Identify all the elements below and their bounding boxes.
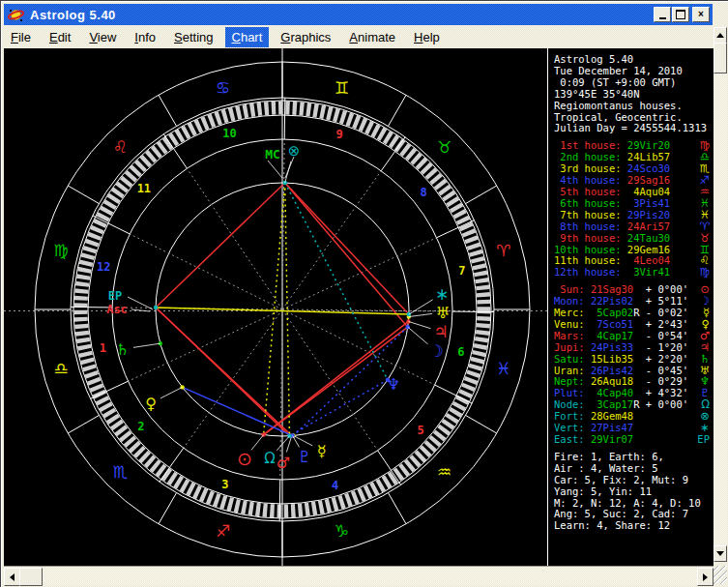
planet-velocity: - 0°54' (640, 331, 689, 342)
title-bar[interactable]: Astrolog 5.40 × (4, 4, 713, 25)
stats-line-2: Air : 4, Water: 5 (554, 463, 713, 475)
planet-row-jupi: Jupi: 24Pis33 - 1°20'♃ (554, 342, 713, 354)
scroll-down-button[interactable] (713, 545, 727, 562)
house-label: 12th house: (554, 267, 622, 279)
sign-glyph-cancer: ♋ (216, 78, 230, 98)
scroll-left-button[interactable] (4, 568, 20, 586)
menu-view[interactable]: View (82, 27, 123, 47)
sign-glyph-leo: ♌ (113, 137, 128, 157)
planet-velocity: + 0°00' (640, 399, 689, 411)
menu-help[interactable]: Help (407, 27, 447, 47)
house-number-10: 10 (222, 127, 236, 140)
minimize-button[interactable] (654, 7, 671, 22)
chart-info-line-5: Regiomontanus houses. (554, 101, 713, 112)
planet-glyph-vertex: ∗ (435, 284, 449, 304)
planet-glyph-sun: ⊙ (237, 448, 252, 469)
menu-setting[interactable]: Setting (167, 27, 219, 47)
horizontal-scroll-thumb[interactable] (19, 568, 43, 586)
menu-animate[interactable]: Animate (342, 27, 402, 47)
info-sidebar: Astrolog 5.40Tue December 14, 2010 0:09 … (548, 48, 713, 566)
planet-glyph-venus: ♀ (145, 395, 157, 413)
planet-row-east: East: 29Vir07 EP (554, 434, 713, 446)
house-number-4: 4 (332, 479, 338, 492)
maximize-button[interactable] (672, 7, 689, 22)
planet-glyph-saturn: ♄ (116, 340, 130, 359)
planet-label: Mars: (554, 331, 585, 342)
house-number-11: 11 (137, 182, 151, 195)
planet-glyph-uranus: ♅ (436, 304, 450, 322)
house-row-9: 9th house: 24Tau30♉ (554, 233, 713, 245)
house-label: 6th house: (554, 198, 622, 210)
house-number-1: 1 (100, 341, 106, 355)
sign-glyph-aquarius: ♒ (437, 462, 451, 482)
planet-glyph-moon: ☽ (428, 341, 443, 361)
house-cusp-outer-line-10 (284, 98, 285, 139)
sign-glyph-scorpio: ♏ (113, 462, 128, 482)
planet-row-satu: Satu: 15Lib35 + 2°20'♄ (554, 354, 713, 366)
sign-glyph-pisces: ♓ (496, 359, 510, 378)
house-row-12: 12th house: 3Vir41♍ (554, 267, 713, 279)
menu-chart[interactable]: Chart (225, 27, 270, 47)
app-icon (8, 7, 24, 23)
menu-file[interactable]: File (4, 27, 38, 47)
stats-line-7: Learn: 4, Share: 12 (554, 520, 713, 532)
sign-glyph-virgo: ♍ (53, 241, 68, 260)
planet-glyph-node: Ω (264, 450, 275, 467)
house-label: 7th house: (554, 210, 622, 221)
sign-glyph-libra: ♎ (53, 359, 68, 378)
vertical-scroll-thumb[interactable] (713, 43, 727, 73)
scroll-right-button[interactable] (697, 568, 713, 586)
planet-glyph-jupiter: ♃ (433, 322, 448, 341)
house-number-3: 3 (221, 478, 228, 491)
planet-dot-venus (180, 385, 184, 389)
house-number-9: 9 (335, 128, 342, 141)
house-cusp-value: 29Pis20 (622, 210, 671, 221)
planet-label: Jupi: (554, 342, 585, 354)
house-cusp-value: 24Tau30 (622, 233, 671, 245)
sign-glyph-taurus: ♉ (437, 137, 451, 157)
stats-line-4: Yang: 5, Yin: 11 (554, 486, 713, 498)
menu-bar: FileEditViewInfoSettingChartGraphicsAnim… (4, 25, 710, 48)
angle-label-ep: EP (108, 289, 122, 303)
planet-glyph-pluto: ♇ (298, 448, 311, 466)
house-row-6: 6th house: 3Pis41♓ (554, 198, 713, 210)
angle-label-mc: MC (265, 147, 280, 161)
chart-info-line-7: Julian Day = 2455544.1313 (554, 123, 713, 134)
sign-glyph-aries: ♈ (496, 241, 510, 260)
vertical-scrollbar[interactable] (713, 27, 727, 562)
client-area: ♈♉♊♋♌♍♎♏♐♑♒♓123456789101112⊙☽☿♀♂♃♄♅♆♇Ω⊗∗… (4, 48, 713, 566)
planet-label: East: (554, 434, 585, 446)
planet-label: Satu: (554, 354, 585, 366)
house-cusp-value: 3Pis41 (622, 198, 671, 210)
app-window: Astrolog 5.40 × FileEditViewInfoSettingC… (0, 0, 728, 587)
house-number-12: 12 (97, 260, 110, 274)
house-cusp-value: 3Vir41 (622, 267, 671, 279)
horizontal-scrollbar[interactable] (4, 566, 713, 585)
chart-info-line-3: 0:09 (ST +9:00 GMT) (554, 77, 713, 89)
retrograde-flag (633, 434, 639, 446)
planet-row-mars: Mars: 4Cap17 - 0°54'♂ (554, 331, 713, 342)
menu-info[interactable]: Info (128, 27, 162, 47)
sign-glyph-sagittarius: ♐ (216, 521, 230, 541)
window-title: Astrolog 5.40 (30, 8, 116, 22)
planet-position-value: 4Cap17 (585, 331, 634, 342)
house-number-6: 6 (457, 345, 464, 359)
house-number-5: 5 (418, 424, 424, 437)
sign-glyph-gemini: ♊ (335, 78, 349, 98)
resize-grip[interactable] (713, 566, 727, 584)
close-icon: × (698, 10, 704, 19)
planet-dot-east (154, 306, 158, 309)
house-label: 9th house: (554, 233, 622, 245)
close-button[interactable]: × (692, 7, 710, 22)
maximize-icon (676, 10, 685, 19)
planet-glyph-icon: EP (697, 434, 710, 446)
chart-info-line-4: 139°45E 35°40N (554, 89, 713, 101)
house-cusp-outer-line-7 (452, 311, 494, 312)
menu-edit[interactable]: Edit (43, 27, 77, 47)
menu-graphics[interactable]: Graphics (274, 27, 337, 47)
planet-position-value: 15Lib35 (585, 354, 634, 366)
scroll-up-button[interactable] (713, 27, 727, 44)
planet-glyph-mercury: ☿ (317, 442, 327, 460)
sign-glyph-capricorn: ♑ (335, 521, 349, 541)
arrow-down-icon (716, 551, 724, 556)
